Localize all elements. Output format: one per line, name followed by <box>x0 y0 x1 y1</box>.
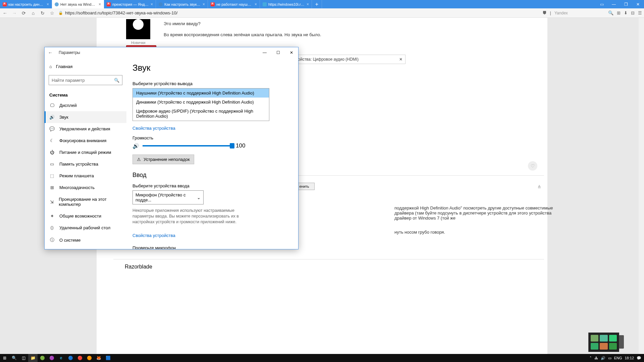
troubleshoot-button[interactable]: ⚠Устранение неполадок <box>132 155 194 164</box>
close-icon[interactable]: ✕ <box>389 57 402 62</box>
sidebar-item-notifications[interactable]: 💬Уведомления и действия <box>45 123 126 135</box>
close-icon[interactable]: × <box>307 2 309 7</box>
device-option[interactable]: Наушники (Устройство с поддержкой High D… <box>133 88 269 98</box>
search-icon[interactable]: 🔍 <box>608 10 613 15</box>
tray-chevron-icon[interactable]: ˄ <box>590 356 592 360</box>
action-center-icon[interactable]: 💬 <box>637 356 641 360</box>
forward-icon[interactable]: → <box>11 10 17 16</box>
sidebar-label: Память устройства <box>59 162 98 167</box>
close-icon[interactable]: × <box>203 2 205 7</box>
back-icon[interactable]: ← <box>2 10 8 16</box>
menu-icon[interactable]: ☰ <box>638 10 642 15</box>
sidebar-item-storage[interactable]: ▭Память устройства <box>45 158 126 170</box>
sidebar-item-about[interactable]: ⓘО системе <box>45 234 126 246</box>
history-icon[interactable]: ↻ <box>40 10 46 16</box>
input-properties-link[interactable]: Свойства устройства <box>132 233 175 238</box>
search-placeholder: Найти параметр <box>52 78 85 83</box>
sidebar-item-focus[interactable]: ☾Фокусировка внимания <box>45 135 126 146</box>
tray-icon[interactable]: ▭ <box>608 356 611 360</box>
favicon-icon <box>55 2 59 6</box>
minimize-icon[interactable]: — <box>258 47 271 58</box>
post-line: Это имели ввиду? <box>164 21 321 26</box>
sidebar-item-tablet[interactable]: ⬚Режим планшета <box>45 170 126 182</box>
volume-slider[interactable] <box>143 145 232 146</box>
sidebar-item-sound[interactable]: 🔊Звук <box>45 111 126 123</box>
search-button[interactable]: 🔍 <box>9 354 19 362</box>
input-device-dropdown[interactable]: Микрофон (Устройство с подде...⌄ <box>132 190 204 204</box>
sidebar-item-multitask[interactable]: ⊞Многозадачность <box>45 182 126 193</box>
extensions-icon[interactable]: ⊞ <box>617 10 621 15</box>
taskbar-app[interactable]: 🔴 <box>75 354 85 362</box>
browser-tab[interactable]: преистория — Яндекс.× <box>104 0 156 8</box>
download-icon[interactable]: ⬇ <box>624 10 628 15</box>
taskbar-app[interactable]: 🟦 <box>103 354 113 362</box>
sidebar-item-display[interactable]: 🖵Дисплей <box>45 100 126 111</box>
share-icon[interactable]: ⋔ <box>537 184 541 189</box>
device-option[interactable]: Динамики (Устройство с поддержкой High D… <box>133 98 269 107</box>
url-field[interactable]: 🔒 https://softboard.ru/topic/73842-нет-з… <box>58 10 539 15</box>
browser-tab-active[interactable]: Нет звука на Windows × <box>52 0 104 8</box>
taskbar-app[interactable]: 🟢 <box>38 354 47 362</box>
tablet-icon: ⬚ <box>49 173 55 178</box>
taskbar-app[interactable]: 🟠 <box>85 354 94 362</box>
browser-tab[interactable]: как настроить динами× <box>0 0 52 8</box>
storage-icon: ▭ <box>49 162 55 167</box>
start-button[interactable]: ⊞ <box>0 354 9 362</box>
sidebar-item-projecting[interactable]: ⇲Проецирование на этот компьютер <box>45 193 126 210</box>
star-icon[interactable]: ☆ <box>49 10 55 16</box>
close-icon[interactable]: ✕ <box>632 0 644 8</box>
sidebar-label: Проецирование на этот компьютер <box>59 197 122 207</box>
device-properties-link[interactable]: Свойства устройства <box>132 126 175 131</box>
taskbar-app[interactable]: 🟣 <box>47 354 56 362</box>
taskbar-app[interactable]: 🦊 <box>94 354 103 362</box>
sidebar-item-shared[interactable]: ✶Общие возможности <box>45 210 126 222</box>
close-icon[interactable]: × <box>151 2 153 7</box>
back-icon[interactable]: ← <box>48 50 55 55</box>
tray-popup[interactable] <box>588 333 619 352</box>
browser-tab[interactable]: не работают наушники× <box>208 0 260 8</box>
clock[interactable]: 18:12 <box>625 356 634 360</box>
sidebar-item-remote[interactable]: ⟨⟩Удаленный рабочий стол <box>45 222 126 234</box>
close-icon[interactable]: × <box>255 2 257 7</box>
input-label: Выберите устройства ввода <box>132 183 290 188</box>
remote-icon: ⟨⟩ <box>49 225 55 230</box>
close-icon[interactable]: × <box>99 2 101 7</box>
tab-label: Нет звука на Windows <box>60 2 97 6</box>
notification-icon: 💬 <box>49 126 55 131</box>
minimize-icon[interactable]: — <box>608 0 620 8</box>
browser-tab[interactable]: https://windows10i.ru/wi× <box>260 0 312 8</box>
taskbar-app[interactable]: e <box>56 354 66 362</box>
search-input[interactable]: Yandex <box>554 11 605 15</box>
panel-icon[interactable]: ▭ <box>596 0 608 8</box>
close-icon[interactable]: × <box>47 2 49 7</box>
sidebar-item-power[interactable]: ⏻Питание и спящий режим <box>45 146 126 158</box>
output-device-dropdown[interactable]: Наушники (Устройство с поддержкой High D… <box>132 88 269 121</box>
language-indicator[interactable]: ENG <box>614 356 622 360</box>
browser-tab[interactable]: Как настроить звук на× <box>156 0 208 8</box>
taskbar-app[interactable]: 📁 <box>28 354 38 362</box>
new-tab-button[interactable]: + <box>312 0 322 8</box>
volume-icon[interactable]: 🔊 <box>601 356 605 360</box>
task-view-button[interactable]: ◫ <box>19 354 28 362</box>
favicon-icon <box>159 2 163 6</box>
scrollbar[interactable] <box>639 18 644 354</box>
power-icon: ⏻ <box>49 150 55 155</box>
network-icon[interactable]: 🖧 <box>594 356 598 360</box>
maximize-icon[interactable]: ❐ <box>620 0 632 8</box>
settings-search[interactable]: Найти параметр🔍 <box>49 75 122 85</box>
device-option[interactable]: Цифровое аудио (S/PDIF) (Устройство с по… <box>133 107 269 121</box>
shield-icon[interactable]: ⛊ <box>542 10 547 15</box>
sidebar-home[interactable]: ⌂Главная <box>45 61 126 72</box>
like-button[interactable]: ♡ <box>528 161 537 171</box>
username[interactable]: Razorblade <box>125 264 152 270</box>
settings-main: Звук Выберите устройство вывода Наушники… <box>126 58 298 249</box>
apps-icon[interactable]: ⊟ <box>631 10 635 15</box>
taskbar-app[interactable]: 🔵 <box>66 354 75 362</box>
home-icon[interactable]: ⌂ <box>30 10 36 16</box>
close-icon[interactable]: ✕ <box>285 47 298 58</box>
reload-icon[interactable]: ⟳ <box>21 10 27 16</box>
yandex-icon <box>107 2 111 6</box>
hdmi-properties-tab[interactable]: 🔈 Свойства: Цифровое аудио (HDMI) ✕ <box>284 55 406 64</box>
maximize-icon[interactable]: ☐ <box>271 47 285 58</box>
post-body: Это имели ввиду? Во время воспроизведени… <box>164 21 321 43</box>
